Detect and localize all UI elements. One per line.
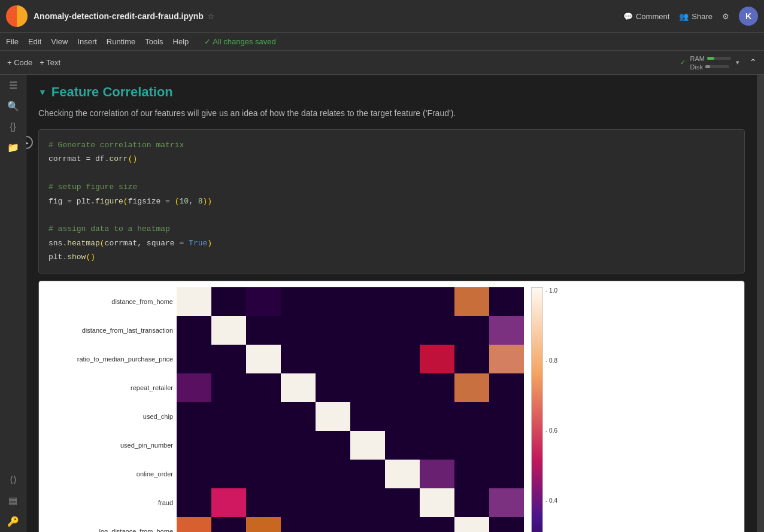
save-status: ✓ All changes saved — [204, 37, 275, 46]
run-button[interactable]: ▶ — [26, 136, 33, 149]
menu-help[interactable]: Help — [173, 37, 189, 46]
cell-2-4 — [316, 345, 350, 373]
cell-2-7 — [420, 345, 454, 373]
cell-5-5 — [350, 431, 385, 460]
y-label-7: online_order — [137, 470, 173, 478]
code-line-1: # Generate correlation matrix — [48, 138, 735, 152]
comment-button[interactable]: 💬 Comment — [623, 12, 669, 21]
cell-7-6 — [385, 488, 420, 517]
menu-insert[interactable]: Insert — [77, 37, 97, 46]
cell-4-2 — [246, 402, 281, 431]
menu-runtime[interactable]: Runtime — [107, 37, 135, 46]
cell-1-6 — [385, 316, 420, 345]
star-icon[interactable]: ☆ — [207, 11, 215, 21]
cell-7-9 — [489, 488, 524, 517]
add-code-button[interactable]: + Code — [7, 58, 32, 67]
user-avatar[interactable]: K — [739, 7, 758, 26]
cell-5-2 — [246, 431, 281, 460]
y-label-3: ratio_to_median_purchase_price — [77, 355, 173, 363]
y-label-5: used_chip — [143, 413, 173, 420]
heatmap-grid-area — [177, 287, 524, 532]
cell-1-0 — [177, 316, 211, 345]
cell-8-0 — [177, 517, 211, 532]
right-scrollbar[interactable] — [757, 75, 764, 532]
cell-7-2 — [246, 488, 281, 517]
cell-0-3 — [281, 287, 316, 316]
menu-tools[interactable]: Tools — [145, 37, 163, 46]
cell-7-0 — [177, 488, 211, 517]
y-label-8: fraud — [158, 499, 173, 506]
cell-3-4 — [316, 373, 350, 402]
cell-7-3 — [281, 488, 316, 517]
y-label-2: distance_from_last_transaction — [82, 327, 173, 334]
colorbar: - 1.0 - 0.8 - 0.6 - 0.4 - 0.2 — [531, 287, 563, 532]
play-icon: ▶ — [26, 139, 29, 146]
key-icon[interactable]: 🔑 — [7, 516, 19, 527]
section-collapse-icon[interactable]: ▼ — [38, 87, 47, 97]
cell-2-6 — [385, 345, 420, 373]
cell-8-6 — [385, 517, 420, 532]
cell-8-7 — [420, 517, 454, 532]
cell-4-0 — [177, 402, 211, 431]
cell-1-3 — [281, 316, 316, 345]
cell-2-2 — [246, 345, 281, 373]
code-icon[interactable]: {} — [10, 121, 16, 132]
cell-8-4 — [316, 517, 350, 532]
cell-7-5 — [350, 488, 385, 517]
cell-2-8 — [454, 345, 489, 373]
cell-4-3 — [281, 402, 316, 431]
menu-edit[interactable]: Edit — [28, 37, 41, 46]
add-text-button[interactable]: + Text — [40, 58, 60, 67]
topbar: Anomaly-detection-credit-card-fraud.ipyn… — [0, 0, 764, 33]
menu-view[interactable]: View — [51, 37, 68, 46]
cell-8-8 — [454, 517, 489, 532]
resource-bars: RAM Disk — [690, 55, 731, 71]
menu-icon[interactable]: ☰ — [9, 80, 17, 91]
cell-8-9 — [489, 517, 524, 532]
cell-5-3 — [281, 431, 316, 460]
notebook-content: ▼ Feature Correlation Checking the corre… — [26, 75, 757, 532]
cell-8-3 — [281, 517, 316, 532]
toolbar: + Code + Text ✓ RAM Disk ▾ ⌃ — [0, 51, 764, 75]
colorbar-ticks: - 1.0 - 0.8 - 0.6 - 0.4 - 0.2 — [545, 287, 557, 532]
settings-button[interactable]: ⚙ — [722, 12, 729, 21]
cell-5-9 — [489, 431, 524, 460]
cell-0-1 — [211, 287, 246, 316]
cell-3-8 — [454, 373, 489, 402]
cell-6-5 — [350, 460, 385, 488]
code-content: # Generate correlation matrix corrmat = … — [39, 130, 744, 273]
cell-5-4 — [316, 431, 350, 460]
cell-1-2 — [246, 316, 281, 345]
menu-file[interactable]: File — [6, 37, 19, 46]
cell-1-4 — [316, 316, 350, 345]
cell-3-3 — [281, 373, 316, 402]
code-cell: ▶ # Generate correlation matrix corrmat … — [38, 129, 745, 273]
cell-4-5 — [350, 402, 385, 431]
cell-0-8 — [454, 287, 489, 316]
cell-5-6 — [385, 431, 420, 460]
code-editor-icon[interactable]: ⟨⟩ — [10, 474, 17, 485]
tick-0.8: - 0.8 — [545, 357, 557, 364]
cell-2-3 — [281, 345, 316, 373]
terminal-icon[interactable]: ▤ — [8, 495, 17, 506]
cell-6-2 — [246, 460, 281, 488]
folder-icon[interactable]: 📁 — [7, 142, 19, 153]
cell-1-1 — [211, 316, 246, 345]
cell-6-4 — [316, 460, 350, 488]
collapse-button[interactable]: ⌃ — [749, 57, 757, 68]
notebook-title[interactable]: Anomaly-detection-credit-card-fraud.ipyn… — [34, 11, 204, 21]
search-icon[interactable]: 🔍 — [7, 101, 19, 112]
code-line-6: sns.heatmap(corrmat, square = True) — [48, 236, 735, 250]
cell-0-2 — [246, 287, 281, 316]
y-label-6: used_pin_number — [120, 442, 173, 449]
section-heading: ▼ Feature Correlation — [38, 84, 745, 100]
cell-7-4 — [316, 488, 350, 517]
cell-3-9 — [489, 373, 524, 402]
chevron-down-icon[interactable]: ▾ — [736, 59, 739, 66]
cell-4-8 — [454, 402, 489, 431]
checkmark-icon: ✓ — [680, 59, 686, 66]
cell-2-5 — [350, 345, 385, 373]
output-cell: □ distance_from_home distance_from_last_… — [38, 281, 745, 532]
share-button[interactable]: 👥 Share — [679, 12, 713, 21]
cell-3-6 — [385, 373, 420, 402]
